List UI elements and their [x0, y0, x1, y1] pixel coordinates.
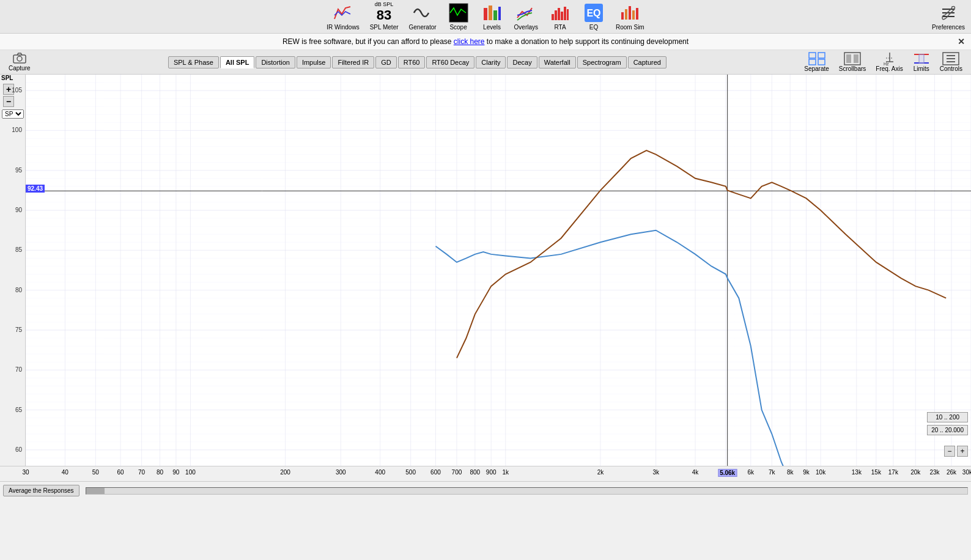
toolbar-rta[interactable]: RTA: [545, 1, 575, 33]
svg-rect-26: [818, 59, 825, 65]
tab-captured[interactable]: Captured: [628, 56, 666, 68]
tab-waterfall[interactable]: Waterfall: [539, 56, 576, 68]
svg-rect-5: [552, 14, 554, 20]
svg-rect-9: [564, 7, 566, 20]
ir-windows-icon: [333, 3, 353, 23]
toolbar-overlays[interactable]: Overlays: [511, 1, 542, 33]
svg-rect-29: [854, 54, 858, 63]
room-sim-icon: [620, 3, 640, 23]
eq-label: EQ: [589, 24, 598, 31]
controls-button[interactable]: Controls: [937, 51, 965, 73]
x-axis-labels: 3040506070809010020030040050060070080090…: [26, 466, 971, 481]
horizontal-scrollbar[interactable]: [86, 487, 968, 495]
y-axis-tick-75: 75: [15, 326, 22, 333]
tab-rt60[interactable]: RT60: [398, 56, 426, 68]
zoom-in-chart[interactable]: +: [957, 446, 968, 457]
x-axis-tick-13000: 13k: [852, 469, 862, 476]
x-axis-tick-50: 50: [92, 469, 99, 476]
svg-rect-7: [558, 8, 560, 20]
limits-label: Limits: [914, 65, 929, 72]
svg-rect-6: [555, 10, 557, 20]
separate-label: Separate: [804, 65, 829, 72]
svg-rect-17: [636, 8, 638, 20]
svg-rect-14: [625, 9, 627, 20]
svg-rect-23: [809, 53, 816, 58]
tab-spectrogram[interactable]: Spectrogram: [577, 56, 627, 68]
separate-button[interactable]: Separate: [802, 51, 832, 73]
range-10-200[interactable]: 10 .. 200: [927, 412, 968, 422]
tab-filtered-ir[interactable]: Filtered IR: [332, 56, 374, 68]
ir-windows-label: IR Windows: [327, 24, 359, 31]
x-axis-tick-20000: 20k: [910, 469, 920, 476]
svg-rect-1: [484, 8, 487, 20]
x-axis-tick-700: 700: [452, 469, 462, 476]
x-axis-tick-7000: 7k: [769, 469, 775, 476]
spl-meter-label: SPL Meter: [370, 24, 399, 31]
left-controls: Capture: [6, 51, 33, 73]
chart-area: 92.43 10 .. 200 20 .. 20.000 − +: [26, 75, 971, 466]
toolbar-spl-meter[interactable]: dB SPL 83 SPL Meter: [366, 1, 402, 33]
preferences-label: Preferences: [932, 24, 965, 31]
banner-text-before: REW is free software, but if you can aff…: [282, 37, 454, 46]
y-axis-tick-85: 85: [15, 246, 22, 253]
toolbar-eq[interactable]: EQ EQ: [578, 1, 609, 33]
toolbar-generator[interactable]: Generator: [405, 1, 440, 33]
freq-axis-label: Freq. Axis: [876, 65, 903, 72]
tab-gd[interactable]: GD: [375, 56, 397, 68]
tab-decay[interactable]: Decay: [507, 56, 537, 68]
x-axis-tick-2000: 2k: [597, 469, 604, 476]
room-sim-label: Room Sim: [616, 24, 644, 31]
x-axis-tick-1000: 1k: [503, 469, 509, 476]
svg-text:EQ: EQ: [586, 8, 600, 18]
tab-spl-phase[interactable]: SPL & Phase: [168, 56, 219, 68]
y-axis-tick-100: 100: [12, 127, 22, 133]
overlays-icon: [516, 3, 536, 23]
x-axis-tick-60: 60: [117, 469, 124, 476]
limits-button[interactable]: Limits: [910, 51, 932, 73]
tabs-center: SPL & Phase All SPL Distortion Impulse F…: [168, 56, 666, 68]
svg-rect-8: [561, 12, 563, 20]
bottom-bar: Average the Responses: [0, 481, 971, 499]
toolbar-ir-windows[interactable]: IR Windows: [323, 1, 363, 33]
x-axis-tick-80: 80: [157, 469, 163, 476]
rta-label: RTA: [554, 24, 566, 31]
eq-icon: EQ: [584, 3, 604, 23]
average-responses-button[interactable]: Average the Responses: [3, 485, 79, 496]
svg-point-22: [17, 56, 22, 61]
toolbar-scope[interactable]: Scope: [443, 1, 474, 33]
x-axis-tick-400: 400: [375, 469, 385, 476]
x-axis-tick-70: 70: [138, 469, 145, 476]
x-axis-tick-900: 900: [486, 469, 497, 476]
x-axis-tick-800: 800: [470, 469, 481, 476]
rta-icon: [550, 3, 570, 23]
x-axis-tick-40: 40: [62, 469, 68, 476]
tab-all-spl[interactable]: All SPL: [220, 56, 255, 68]
x-axis-tick-100: 100: [185, 469, 196, 476]
capture-button[interactable]: Capture: [6, 51, 33, 73]
banner-link[interactable]: click here: [454, 37, 485, 46]
x-axis-tick-8000: 8k: [787, 469, 794, 476]
svg-rect-4: [498, 7, 501, 20]
x-axis-tick-300: 300: [336, 469, 346, 476]
svg-rect-24: [818, 53, 825, 58]
y-axis-tick-105: 105: [12, 87, 22, 94]
freq-axis-button[interactable]: Hz Freq. Axis: [873, 51, 905, 73]
svg-rect-13: [621, 12, 624, 20]
generator-label: Generator: [409, 24, 437, 31]
svg-rect-28: [846, 54, 851, 63]
tab-rt60-decay[interactable]: RT60 Decay: [426, 56, 474, 68]
tab-distortion[interactable]: Distortion: [256, 56, 295, 68]
close-banner-button[interactable]: ✕: [958, 37, 965, 46]
range-20-20000[interactable]: 20 .. 20.000: [927, 425, 968, 435]
y-axis-tick-60: 60: [15, 446, 22, 453]
toolbar-room-sim[interactable]: Room Sim: [612, 1, 648, 33]
x-axis-tick-600: 600: [430, 469, 441, 476]
scrollbars-button[interactable]: Scrollbars: [836, 51, 868, 73]
toolbar-levels[interactable]: Levels: [477, 1, 508, 33]
x-axis-tick-6000: 6k: [748, 469, 755, 476]
x-axis-tick-4000: 4k: [692, 469, 699, 476]
preferences-button[interactable]: Preferences: [932, 3, 965, 31]
tab-impulse[interactable]: Impulse: [297, 56, 331, 68]
zoom-out-chart[interactable]: −: [944, 446, 955, 457]
tab-clarity[interactable]: Clarity: [476, 56, 506, 68]
